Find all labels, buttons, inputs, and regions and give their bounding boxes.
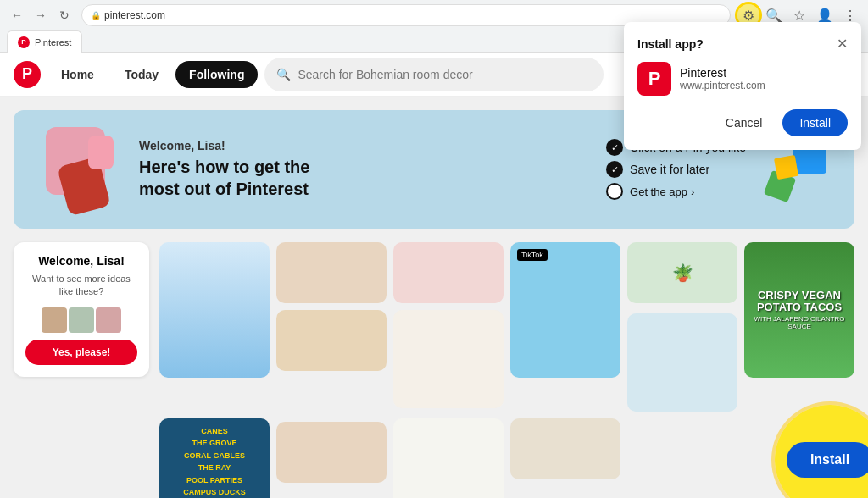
- get-app-link[interactable]: Get the app ›: [630, 185, 694, 198]
- lock-icon: 🔒: [91, 11, 101, 20]
- install-popup-close-button[interactable]: ✕: [837, 36, 848, 52]
- url-text: pinterest.com: [104, 9, 165, 21]
- sidebar-description: Want to see more ideas like these?: [25, 273, 137, 299]
- art-pink2: [88, 136, 114, 169]
- pin-item-11[interactable]: [276, 422, 387, 483]
- install-popup-actions: Cancel Install: [637, 109, 848, 136]
- browser-nav-buttons: ← → ↻: [7, 5, 75, 25]
- pin-item-tiktok[interactable]: TikTok: [510, 242, 620, 378]
- install-app-popup: Install app? ✕ P Pinterest www.pinterest…: [624, 22, 861, 150]
- pin-item-8[interactable]: [393, 310, 504, 408]
- get-app-text: Get the app: [630, 185, 687, 198]
- install-circle-button[interactable]: Install: [787, 442, 868, 478]
- pin-item-3[interactable]: [393, 242, 504, 303]
- install-popup-app-details: Pinterest www.pinterest.com: [680, 66, 765, 91]
- text-board-overlay: CANESTHE GROVECORAL GABLESTHE RAYPOOL PA…: [159, 418, 270, 498]
- pin-item-1[interactable]: [159, 242, 270, 378]
- get-app-arrow: ›: [691, 185, 694, 198]
- taco-text: CRISPY VEGANPOTATO TACOS: [757, 290, 842, 314]
- pinterest-main: Welcome, Lisa! Here's how to get the mos…: [0, 97, 868, 498]
- pinterest-logo[interactable]: P: [14, 61, 41, 88]
- check-icon-3: [606, 183, 623, 200]
- taco-sub: WITH JALAPENO CILANTRO SAUCE: [751, 315, 848, 330]
- search-bar[interactable]: 🔍: [264, 58, 604, 91]
- check-item-2: ✓ Save it for later: [606, 161, 746, 178]
- pin-taco-overlay: CRISPY VEGANPOTATO TACOS WITH JALAPENO C…: [744, 242, 854, 378]
- install-popup-title: Install app?: [637, 37, 704, 51]
- search-icon: 🔍: [276, 68, 291, 81]
- pin-item-2[interactable]: [276, 242, 387, 303]
- sidebar-avatar-2: [69, 307, 94, 333]
- install-popup-header: Install app? ✕: [637, 36, 848, 52]
- install-app-name: Pinterest: [680, 66, 765, 80]
- check-icon-2: ✓: [606, 161, 623, 178]
- check-label-2: Save it for later: [630, 163, 709, 176]
- tab-favicon: P: [18, 36, 30, 48]
- back-button[interactable]: ←: [7, 5, 27, 25]
- pin-item-7[interactable]: [276, 310, 387, 371]
- tab-label: Pinterest: [35, 37, 71, 47]
- sidebar-welcome-card: Welcome, Lisa! Want to see more ideas li…: [14, 242, 149, 377]
- search-input[interactable]: [298, 68, 592, 81]
- tiktok-overlay: TikTok: [517, 249, 548, 261]
- check-item-3: Get the app ›: [606, 183, 746, 200]
- art-shape-yellow: [774, 155, 798, 180]
- browser-tab-pinterest[interactable]: P Pinterest: [7, 30, 82, 53]
- pin-item-13[interactable]: [510, 418, 620, 479]
- reload-button[interactable]: ↻: [54, 5, 75, 25]
- banner-headline: Here's how to get the most out of Pinter…: [139, 156, 589, 200]
- yes-please-button[interactable]: Yes, please!: [25, 340, 137, 365]
- sidebar-avatar-3: [96, 307, 121, 333]
- nav-tab-today[interactable]: Today: [111, 61, 172, 88]
- sidebar-avatar-1: [42, 307, 67, 333]
- pint-sidebar: Welcome, Lisa! Want to see more ideas li…: [14, 242, 149, 498]
- nav-tab-following[interactable]: Following: [175, 61, 258, 88]
- pin-grid: TikTok 🪴 CRISPY VEGANPOTATO TACOS WITH J…: [159, 242, 854, 498]
- install-popup-app-info: P Pinterest www.pinterest.com: [637, 62, 848, 96]
- banner-art-left: [37, 127, 122, 212]
- check-icon-1: ✓: [606, 139, 623, 156]
- pin-item-living[interactable]: [393, 418, 504, 498]
- pin-item-taco[interactable]: CRISPY VEGANPOTATO TACOS WITH JALAPENO C…: [744, 242, 854, 378]
- sidebar-greeting: Welcome, Lisa!: [25, 254, 137, 268]
- install-cancel-button[interactable]: Cancel: [712, 109, 776, 136]
- banner-text: Welcome, Lisa! Here's how to get the mos…: [139, 139, 589, 200]
- nav-tab-home[interactable]: Home: [47, 61, 108, 88]
- install-app-url: www.pinterest.com: [680, 80, 765, 91]
- install-confirm-button[interactable]: Install: [782, 109, 848, 136]
- pin-item-5[interactable]: 🪴: [627, 242, 737, 303]
- pinterest-nav-tabs: Home Today Following: [47, 61, 258, 88]
- pin-item-text-board[interactable]: CANESTHE GROVECORAL GABLESTHE RAYPOOL PA…: [159, 418, 270, 498]
- sidebar-avatars: [25, 307, 137, 333]
- banner-greeting: Welcome, Lisa!: [139, 139, 589, 152]
- pint-content: Welcome, Lisa! Want to see more ideas li…: [14, 242, 854, 498]
- install-popup-icon: P: [637, 62, 671, 96]
- forward-button[interactable]: →: [31, 5, 51, 25]
- pin-item-9[interactable]: [627, 313, 737, 412]
